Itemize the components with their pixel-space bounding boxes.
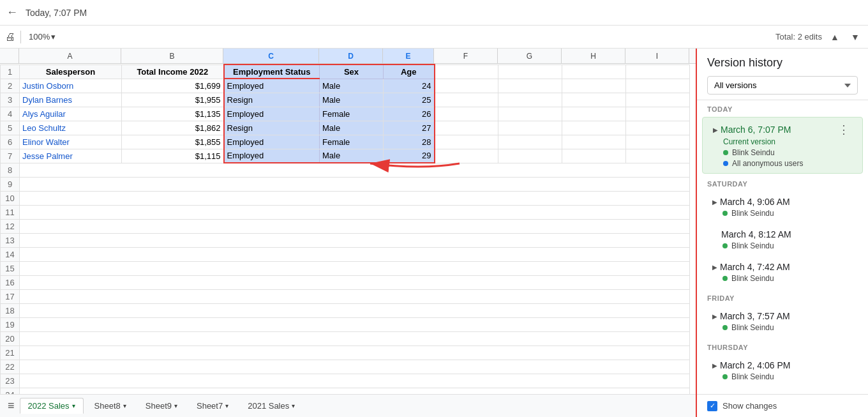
cell-7a[interactable]: Jesse Palmer xyxy=(20,149,122,163)
cell-4c[interactable]: Employed xyxy=(224,107,320,121)
table-row: 7 Jesse Palmer $1,115 Employed Male 29 xyxy=(1,149,690,163)
user-name: Blink Seindu xyxy=(731,323,774,332)
cell-7c[interactable]: Employed xyxy=(224,149,320,163)
sheet-tabs: ≡ 2022 Sales ▾ Sheet8 ▾ Sheet9 ▾ Sheet7 … xyxy=(0,394,696,417)
cell-7b[interactable]: $1,115 xyxy=(122,149,224,163)
print-icon[interactable]: 🖨 xyxy=(5,31,15,43)
cell-7d[interactable]: Male xyxy=(320,149,384,163)
cell-3b[interactable]: $1,955 xyxy=(122,93,224,107)
tab-2021-sales[interactable]: 2021 Sales ▾ xyxy=(239,398,303,414)
table-row: 20 xyxy=(1,331,690,345)
version-item[interactable]: ▶ March 4, 9:06 AM Blink Seindu xyxy=(702,192,863,223)
col-header-f: F xyxy=(434,49,498,63)
tab-2022-sales[interactable]: 2022 Sales ▾ xyxy=(20,398,84,414)
tab-sheet7[interactable]: Sheet7 ▾ xyxy=(188,398,237,414)
cell-6f[interactable] xyxy=(435,135,498,149)
cell-4g[interactable] xyxy=(498,107,562,121)
cell-3a[interactable]: Dylan Barnes xyxy=(20,93,122,107)
cell-5h[interactable] xyxy=(562,121,626,135)
version-item[interactable]: ▶ March 4, 7:42 AM Blink Seindu xyxy=(702,257,863,288)
cell-1f[interactable] xyxy=(435,64,498,79)
zoom-selector[interactable]: 100% ▾ xyxy=(26,31,58,43)
cell-3e[interactable]: 25 xyxy=(384,93,435,107)
cell-4a[interactable]: Alys Aguilar xyxy=(20,107,122,121)
cell-2e[interactable]: 24 xyxy=(384,79,435,93)
back-button[interactable]: ← xyxy=(6,6,18,19)
cell-6a[interactable]: Elinor Walter xyxy=(20,135,122,149)
cell-3c[interactable]: Resign xyxy=(224,93,320,107)
cell-5i[interactable] xyxy=(626,121,690,135)
version-panel-header: Version history All versions Named versi… xyxy=(697,49,868,100)
cell-7f[interactable] xyxy=(435,149,498,163)
cell-6h[interactable] xyxy=(562,135,626,149)
cell-2c[interactable]: Employed xyxy=(224,79,320,93)
cell-4e[interactable]: 26 xyxy=(384,107,435,121)
cell-6e[interactable]: 28 xyxy=(384,135,435,149)
cell-5g[interactable] xyxy=(498,121,562,135)
cell-1i[interactable] xyxy=(626,64,690,79)
cell-1g[interactable] xyxy=(498,64,562,79)
cell-4i[interactable] xyxy=(626,107,690,121)
cell-6c[interactable]: Employed xyxy=(224,135,320,149)
tab-sheet9[interactable]: Sheet9 ▾ xyxy=(137,398,186,414)
version-item-current[interactable]: ▶ March 6, 7:07 PM ⋮ Current version Bli… xyxy=(702,117,863,174)
cell-7g[interactable] xyxy=(498,149,562,163)
user-name: Blink Seindu xyxy=(731,274,774,283)
nav-up-button[interactable]: ▲ xyxy=(827,29,842,45)
version-item[interactable]: ▶ March 3, 7:57 AM Blink Seindu xyxy=(702,306,863,337)
cell-4d[interactable]: Female xyxy=(320,107,384,121)
cell-5e[interactable]: 27 xyxy=(384,121,435,135)
tab-menu-button[interactable]: ≡ xyxy=(5,397,17,415)
tab-sheet8[interactable]: Sheet8 ▾ xyxy=(86,398,135,414)
user-dot-icon xyxy=(722,243,728,248)
cell-6g[interactable] xyxy=(498,135,562,149)
col-header-e: E xyxy=(383,49,434,63)
table-row: 12 xyxy=(1,219,690,233)
cell-5a[interactable]: Leo Schultz xyxy=(20,121,122,135)
version-filter-select[interactable]: All versions Named versions xyxy=(707,76,858,95)
cell-5f[interactable] xyxy=(435,121,498,135)
cell-1c[interactable]: Employment Status xyxy=(224,64,320,79)
cell-1a[interactable]: Salesperson xyxy=(20,64,122,79)
cell-3f[interactable] xyxy=(435,93,498,107)
cell-7i[interactable] xyxy=(626,149,690,163)
cell-7e[interactable]: 29 xyxy=(384,149,435,163)
version-item[interactable]: March 4, 8:12 AM Blink Seindu xyxy=(702,224,863,255)
tab-label: 2022 Sales xyxy=(28,401,70,411)
cell-6i[interactable] xyxy=(626,135,690,149)
cell-5b[interactable]: $1,862 xyxy=(122,121,224,135)
table-row: 4 Alys Aguilar $1,135 Employed Female 26 xyxy=(1,107,690,121)
cell-3h[interactable] xyxy=(562,93,626,107)
version-more-icon[interactable]: ⋮ xyxy=(835,123,852,137)
cell-7h[interactable] xyxy=(562,149,626,163)
version-panel-inner: TODAY ▶ March 6, 7:07 PM ⋮ Current versi… xyxy=(697,100,868,417)
version-item[interactable]: ▶ March 2, 4:06 PM Blink Seindu xyxy=(702,355,863,386)
cell-2b[interactable]: $1,699 xyxy=(122,79,224,93)
cell-2f[interactable] xyxy=(435,79,498,93)
cell-5d[interactable]: Male xyxy=(320,121,384,135)
cell-1b[interactable]: Total Income 2022 xyxy=(122,64,224,79)
cell-2h[interactable] xyxy=(562,79,626,93)
cell-3g[interactable] xyxy=(498,93,562,107)
cell-4h[interactable] xyxy=(562,107,626,121)
zoom-arrow-icon: ▾ xyxy=(51,32,56,42)
cell-5c[interactable]: Resign xyxy=(224,121,320,135)
cell-3d[interactable]: Male xyxy=(320,93,384,107)
cell-3i[interactable] xyxy=(626,93,690,107)
cell-6b[interactable]: $1,855 xyxy=(122,135,224,149)
cell-2i[interactable] xyxy=(626,79,690,93)
cell-1h[interactable] xyxy=(562,64,626,79)
cell-4f[interactable] xyxy=(435,107,498,121)
cell-2g[interactable] xyxy=(498,79,562,93)
cell-1d[interactable]: Sex xyxy=(320,64,384,79)
spreadsheet-grid[interactable]: 1 Salesperson Total Income 2022 Employme… xyxy=(0,64,696,394)
cell-2a[interactable]: Justin Osborn xyxy=(20,79,122,93)
cell-1e[interactable]: Age xyxy=(384,64,435,79)
nav-down-button[interactable]: ▼ xyxy=(848,29,863,45)
cell-2d[interactable]: Male xyxy=(320,79,384,93)
show-changes-checkbox[interactable]: ✓ xyxy=(707,401,717,411)
cell-6d[interactable]: Female xyxy=(320,135,384,149)
version-item-header: ▶ March 6, 7:07 PM ⋮ xyxy=(713,123,852,137)
cell-4b[interactable]: $1,135 xyxy=(122,107,224,121)
col-header-g: G xyxy=(498,49,562,63)
